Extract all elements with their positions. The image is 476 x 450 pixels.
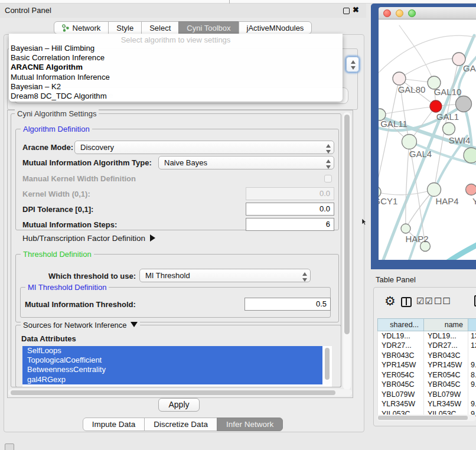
tab-cyni-toolbox[interactable]: Cyni Toolbox <box>178 21 239 34</box>
network-edge[interactable] <box>380 106 436 115</box>
settings-horizontal-scrollbar[interactable] <box>8 389 352 396</box>
dropdown-item[interactable]: Bayesian – K2 <box>9 82 343 92</box>
scrollbar-thumb[interactable] <box>378 416 468 420</box>
table-row[interactable]: YER054CYER054C8. <box>378 370 476 380</box>
scrollbar-thumb[interactable] <box>344 115 350 334</box>
bottom-tab-infer-network[interactable]: Infer Network <box>217 418 283 431</box>
bottom-left-panel-icon[interactable] <box>5 444 14 450</box>
screen: Control Panel ✖ NetworkStyleSelectCyni T… <box>0 0 476 450</box>
tab-network[interactable]: Network <box>54 21 109 34</box>
network-node-GAL1[interactable] <box>430 100 442 112</box>
table-header-row[interactable]: shared...nameA <box>378 319 476 331</box>
close-traffic-light[interactable] <box>383 9 391 17</box>
table-row[interactable]: YLR345WYLR345W9. <box>378 399 476 409</box>
dropdown-item[interactable]: Basic Correlation Inference <box>9 53 343 63</box>
network-node-n-right-green[interactable] <box>464 148 476 163</box>
scrollbar-thumb[interactable] <box>11 390 335 395</box>
network-node-SWI4[interactable] <box>443 123 455 135</box>
dropdown-item[interactable]: Mutual Information Inference <box>9 73 343 82</box>
expanded-arrow-icon[interactable] <box>131 322 138 327</box>
network-window-titlebar[interactable] <box>379 7 476 19</box>
table-horizontal-scrollbar[interactable] <box>377 415 476 421</box>
dropdown-placeholder: Select algorithm to view settings <box>9 34 343 44</box>
network-node-HAP2[interactable] <box>401 224 410 233</box>
select-all-checkboxes-icon[interactable]: ☑☑ <box>416 296 433 306</box>
dpi-tolerance-field[interactable]: 0.0 <box>246 203 334 216</box>
tab-jactivemnodules[interactable]: jActiveMNodules <box>239 21 312 34</box>
network-node-n-gray[interactable] <box>456 96 472 112</box>
table-row[interactable]: YBR043CYBR043C <box>378 351 476 361</box>
kernel-width-label: Kernel Width (0,1): <box>22 190 90 198</box>
dropdown-item[interactable]: Dream8 DC_TDC Algorithm <box>9 92 343 101</box>
sources-group-title[interactable]: Sources for Network Inference <box>21 321 140 330</box>
node-attribute-table[interactable]: shared...nameA YDL19...YDL19...13YDR27..… <box>377 318 476 419</box>
attribute-list-item[interactable]: TopologicalCoefficient <box>22 356 322 365</box>
manual-kernel-checkbox[interactable] <box>324 175 332 182</box>
attribute-list-item[interactable]: gal4RGexp <box>22 375 322 384</box>
mi-steps-field[interactable]: 6 <box>246 218 334 231</box>
dpi-tolerance-label: DPI Tolerance [0,1]: <box>22 205 93 214</box>
stepper-arrows-icon <box>302 272 308 282</box>
table-cell: YER054C <box>424 370 468 380</box>
which-threshold-combobox[interactable]: MI Threshold <box>139 269 311 282</box>
dropdown-item[interactable]: ARACNE Algorithm <box>9 63 343 72</box>
columns-icon[interactable] <box>401 297 412 307</box>
network-edge[interactable] <box>399 58 459 79</box>
algorithm-combobox-button[interactable] <box>346 57 359 72</box>
network-node-GAL4[interactable] <box>402 135 417 149</box>
tab-select[interactable]: Select <box>141 21 179 34</box>
table-row[interactable]: YBL079WYBL079W <box>378 390 476 400</box>
mi-threshold-label: Mutual Information Threshold: <box>25 300 136 309</box>
bottom-tab-discretize-data[interactable]: Discretize Data <box>144 418 217 431</box>
network-edge[interactable] <box>438 244 476 260</box>
dropdown-item[interactable]: Bayesian – Hill Climbing <box>9 44 343 53</box>
tab-label: Network <box>73 24 101 32</box>
table-row[interactable]: YBR045CYBR045C9. <box>378 380 476 390</box>
attributes-list-scrollbar[interactable] <box>324 347 330 385</box>
table-row[interactable]: YPR145WYPR145W9. <box>378 360 476 370</box>
which-threshold-label: Which threshold to use: <box>48 272 136 281</box>
gear-icon[interactable]: ⚙ <box>384 294 396 308</box>
hub-transcription-factor-section[interactable]: Hub/Transcription Factor Definition <box>22 234 155 243</box>
network-edge[interactable] <box>383 35 474 260</box>
tab-style[interactable]: Style <box>108 21 142 34</box>
control-panel-title: Control Panel <box>5 6 51 15</box>
column-header[interactable]: name <box>424 319 468 331</box>
zoom-traffic-light[interactable] <box>408 9 416 17</box>
attribute-list-item[interactable]: SelfLoops <box>22 346 322 356</box>
stepper-arrows-icon <box>351 60 356 70</box>
column-header[interactable]: shared... <box>378 319 424 331</box>
table-cell: YDL19... <box>424 331 468 341</box>
stepper-arrows-icon <box>326 159 331 169</box>
deselect-all-checkboxes-icon[interactable]: ☐☐ <box>434 296 451 306</box>
settings-vertical-scrollbar[interactable] <box>343 112 351 390</box>
table-cell: 12 <box>468 341 476 351</box>
scrollbar-thumb[interactable] <box>325 348 330 380</box>
network-node-GAL80[interactable] <box>393 72 406 85</box>
table-row[interactable]: YDR27...YDR27...12 <box>378 341 476 351</box>
node-label: GAL10 <box>434 87 462 97</box>
apply-button[interactable]: Apply <box>158 398 200 412</box>
mi-threshold-field[interactable]: 0.5 <box>244 298 331 311</box>
network-node-n-salmon[interactable] <box>466 184 476 195</box>
column-header[interactable]: A <box>468 319 476 331</box>
aracne-mode-combobox[interactable]: Discovery <box>74 141 334 154</box>
float-window-icon[interactable] <box>343 8 350 14</box>
network-edge[interactable] <box>379 79 399 192</box>
kernel-width-field[interactable]: 0.0 <box>246 187 334 200</box>
network-icon <box>62 24 70 32</box>
data-attributes-list[interactable]: SelfLoopsTopologicalCoefficientBetweenne… <box>22 346 332 387</box>
mi-algorithm-type-combobox[interactable]: Naive Bayes <box>158 156 334 169</box>
network-canvas[interactable]: GALGAL80GAL10GAL1GAL11SWI4GAL4GCY1HAP4YH… <box>379 19 476 260</box>
minimize-traffic-light[interactable] <box>396 9 403 17</box>
table-row[interactable]: YDL19...YDL19...13 <box>378 331 476 341</box>
bottom-tab-impute-data[interactable]: Impute Data <box>83 418 145 431</box>
mi-threshold-definition-title: MI Threshold Definition <box>25 283 109 292</box>
table-cell: 13 <box>468 331 476 341</box>
node-label: GAL1 <box>436 112 459 122</box>
collapsed-arrow-icon[interactable] <box>150 234 155 242</box>
attribute-list-item[interactable]: BetweennessCentrality <box>22 365 322 374</box>
table-cell: YBR045C <box>424 380 468 390</box>
close-icon[interactable]: ✖ <box>353 5 359 14</box>
network-node-HAP4[interactable] <box>428 183 441 197</box>
